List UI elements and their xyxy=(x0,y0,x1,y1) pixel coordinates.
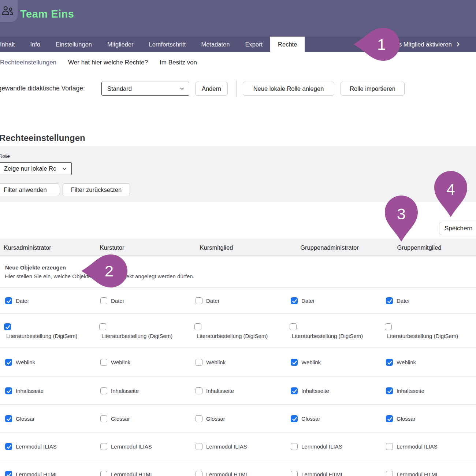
checkbox-weblink-gruppenadministrator[interactable] xyxy=(291,359,298,366)
checkbox-lernmodul-html-gruppenmitglied[interactable] xyxy=(386,471,393,476)
checkbox-label: Glossar xyxy=(206,416,225,422)
permission-cell: Weblink xyxy=(196,348,226,377)
ilias-permissions-page: Team Eins InhaltInfoEinstellungenMitglie… xyxy=(0,0,476,476)
permission-cell: Glossar xyxy=(5,405,35,432)
checkbox-glossar-kurstutor[interactable] xyxy=(100,415,107,422)
checkbox-literaturbestellung-digisem-gruppenmitglied[interactable] xyxy=(385,323,392,330)
subtab-wer-hat-hier-welche-rechte[interactable]: Wer hat hier welche Rechte? xyxy=(62,59,154,66)
checkbox-label: Weblink xyxy=(206,359,226,365)
callout-marker-number: 2 xyxy=(105,262,114,280)
checkbox-weblink-kursadministrator[interactable] xyxy=(5,359,12,366)
checkbox-datei-gruppenadministrator[interactable] xyxy=(291,297,298,304)
checkbox-datei-kurstutor[interactable] xyxy=(100,297,107,304)
permission-cell: Weblink xyxy=(386,348,416,377)
checkbox-label: Glossar xyxy=(111,416,130,422)
permission-cell: Lernmodul ILIAS xyxy=(386,433,438,460)
checkbox-literaturbestellung-digisem-gruppenadministrator[interactable] xyxy=(290,323,297,330)
permission-cell: Inhaltsseite xyxy=(5,377,44,405)
tab-einstellungen[interactable]: Einstellungen xyxy=(48,37,100,52)
checkbox-lernmodul-ilias-gruppenmitglied[interactable] xyxy=(386,443,393,450)
save-button[interactable]: Speichern xyxy=(439,222,476,235)
checkbox-datei-kursmitglied[interactable] xyxy=(196,297,202,304)
checkbox-lernmodul-html-kursadministrator[interactable] xyxy=(5,471,12,476)
checkbox-weblink-gruppenmitglied[interactable] xyxy=(386,359,393,366)
checkbox-label: Weblink xyxy=(397,359,416,365)
permission-cell: Weblink xyxy=(291,348,321,377)
checkbox-inhaltsseite-kurstutor[interactable] xyxy=(100,387,107,394)
group-object-icon-chip[interactable] xyxy=(0,0,18,22)
checkbox-glossar-gruppenmitglied[interactable] xyxy=(386,415,393,422)
permission-row-datei: DateiDateiDateiDateiDatei xyxy=(0,288,476,314)
checkbox-inhaltsseite-gruppenadministrator[interactable] xyxy=(291,387,298,394)
tab-overflow-mitglied-aktivieren[interactable]: s Mitglied aktivieren xyxy=(399,37,461,52)
subtab-im-besitz-von[interactable]: Im Besitz von xyxy=(154,59,203,66)
permission-row-lernmodul-ilias: Lernmodul ILIASLernmodul ILIASLernmodul … xyxy=(0,433,476,460)
permission-cell: Literaturbestellung (DigiSem) xyxy=(194,323,268,339)
checkbox-label: Lernmodul ILIAS xyxy=(16,443,57,450)
checkbox-lernmodul-ilias-gruppenadministrator[interactable] xyxy=(291,443,298,450)
new-local-role-button[interactable]: Neue lokale Rolle anlegen xyxy=(243,82,334,96)
checkbox-glossar-gruppenadministrator[interactable] xyxy=(291,415,298,422)
role-filter-select[interactable]: Zeige nur lokale Rc xyxy=(0,162,72,175)
new-objects-title: Neue Objekte erzeugen xyxy=(5,264,66,271)
checkbox-weblink-kursmitglied[interactable] xyxy=(196,359,202,366)
checkbox-label: Lernmodul HTML xyxy=(206,471,249,476)
permission-row-inhaltsseite: InhaltsseiteInhaltsseiteInhaltsseiteInha… xyxy=(0,377,476,405)
checkbox-label: Weblink xyxy=(111,359,130,365)
checkbox-lernmodul-html-kursmitglied[interactable] xyxy=(196,471,202,476)
permission-cell: Lernmodul ILIAS xyxy=(291,433,342,460)
column-header-kursmitglied: Kursmitglied xyxy=(200,239,233,256)
checkbox-label: Literaturbestellung (DigiSem) xyxy=(101,333,172,339)
checkbox-literaturbestellung-digisem-kurstutor[interactable] xyxy=(99,323,106,330)
permission-cell: Datei xyxy=(291,288,314,314)
checkbox-lernmodul-html-gruppenadministrator[interactable] xyxy=(291,471,298,476)
tab-metadaten[interactable]: Metadaten xyxy=(193,37,237,52)
import-role-button[interactable]: Rolle importieren xyxy=(341,82,405,96)
filter-reset-button[interactable]: Filter zurücksetzen xyxy=(63,183,130,196)
role-filter-select-value: Zeige nur lokale Rc xyxy=(4,165,56,172)
checkbox-label: Literaturbestellung (DigiSem) xyxy=(6,333,77,339)
tab-mitglieder[interactable]: Mitglieder xyxy=(100,37,141,52)
filter-apply-button[interactable]: Filter anwenden xyxy=(0,183,59,196)
column-header-gruppenadministrator: Gruppenadministrator xyxy=(300,239,359,256)
checkbox-inhaltsseite-kursadministrator[interactable] xyxy=(5,387,12,394)
checkbox-lernmodul-ilias-kursmitglied[interactable] xyxy=(196,443,202,450)
checkbox-lernmodul-html-kurstutor[interactable] xyxy=(100,471,107,476)
tab-info[interactable]: Info xyxy=(22,37,48,52)
checkbox-label: Lernmodul ILIAS xyxy=(301,443,342,450)
checkbox-label: Literaturbestellung (DigiSem) xyxy=(387,333,458,339)
checkbox-datei-gruppenmitglied[interactable] xyxy=(386,297,393,304)
checkbox-label: Datei xyxy=(16,298,29,304)
permission-row-lernmodul-html: Lernmodul HTMLLernmodul HTMLLernmodul HT… xyxy=(0,461,476,476)
tab-export[interactable]: Export xyxy=(237,37,270,52)
didactic-template-select[interactable]: Standard xyxy=(101,82,189,96)
checkbox-literaturbestellung-digisem-kursmitglied[interactable] xyxy=(194,323,201,330)
checkbox-inhaltsseite-gruppenmitglied[interactable] xyxy=(386,387,393,394)
subtab-rechteeinstellungen[interactable]: Rechteeinstellungen xyxy=(0,59,62,66)
change-template-button[interactable]: Ändern xyxy=(195,82,228,96)
checkbox-weblink-kurstutor[interactable] xyxy=(100,359,107,366)
permission-cell: Glossar xyxy=(291,405,320,432)
role-filter-label: Rolle xyxy=(0,153,10,159)
checkbox-lernmodul-ilias-kursadministrator[interactable] xyxy=(5,443,12,450)
new-objects-section: Neue Objekte erzeugen Hier stellen Sie e… xyxy=(0,256,476,288)
permission-cell: Datei xyxy=(386,288,409,314)
checkbox-label: Lernmodul ILIAS xyxy=(111,443,152,450)
checkbox-label: Lernmodul HTML xyxy=(301,471,344,476)
tab-inhalt[interactable]: Inhalt xyxy=(0,37,22,52)
checkbox-datei-kursadministrator[interactable] xyxy=(5,297,12,304)
callout-marker-3: 3 xyxy=(385,196,418,242)
checkbox-lernmodul-ilias-kurstutor[interactable] xyxy=(100,443,107,450)
callout-marker-2: 2 xyxy=(81,254,127,287)
permission-row-glossar: GlossarGlossarGlossarGlossarGlossar xyxy=(0,405,476,432)
checkbox-literaturbestellung-digisem-kursadministrator[interactable] xyxy=(4,323,11,330)
checkbox-glossar-kursadministrator[interactable] xyxy=(5,415,12,422)
permission-cell: Lernmodul HTML xyxy=(5,461,58,476)
checkbox-inhaltsseite-kursmitglied[interactable] xyxy=(196,387,202,394)
permission-cell: Datei xyxy=(5,288,29,314)
tab-rechte[interactable]: Rechte xyxy=(270,37,305,52)
group-people-icon xyxy=(0,4,14,18)
tab-lernfortschritt[interactable]: Lernfortschritt xyxy=(141,37,194,52)
checkbox-glossar-kursmitglied[interactable] xyxy=(196,415,202,422)
callout-marker-1: 1 xyxy=(354,28,400,61)
